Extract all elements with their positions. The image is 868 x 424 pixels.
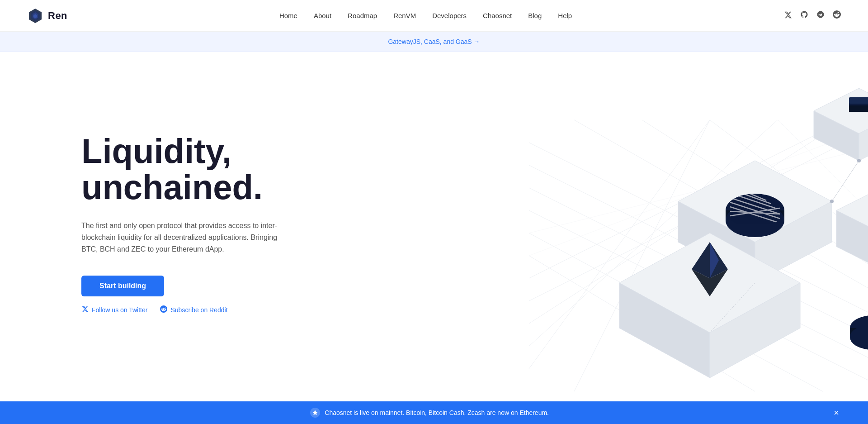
nav-home[interactable]: Home — [279, 12, 297, 19]
ren-logo-icon — [27, 8, 43, 24]
hero-cta-row: Start building Follow us on Twitter Subs… — [81, 276, 280, 314]
social-links-row: Follow us on Twitter Subscribe on Reddit — [81, 305, 280, 314]
hero-description: The first and only open protocol that pr… — [81, 220, 280, 256]
logo-link[interactable]: Ren — [27, 8, 67, 24]
svg-point-61 — [857, 159, 861, 162]
hero-section: Liquidity, unchained. The first and only… — [0, 52, 868, 395]
nav-roadmap[interactable]: Roadmap — [348, 12, 377, 19]
nav-renvm[interactable]: RenVM — [393, 12, 416, 19]
hero-title: Liquidity, unchained. — [81, 133, 280, 205]
twitter-follow-link[interactable]: Follow us on Twitter — [81, 305, 147, 314]
reddit-nav-icon[interactable] — [833, 10, 841, 21]
nav-help[interactable]: Help — [558, 12, 572, 19]
nav-blog[interactable]: Blog — [528, 12, 542, 19]
svg-rect-47 — [849, 105, 868, 112]
hero-illustration — [484, 75, 868, 391]
svg-point-60 — [830, 200, 834, 203]
svg-rect-48 — [849, 97, 868, 104]
navbar: Ren Home About Roadmap RenVM Developers … — [0, 0, 868, 32]
logo-text: Ren — [48, 10, 67, 22]
announcement-link[interactable]: GatewayJS, CaaS, and GaaS → — [388, 38, 480, 45]
start-building-button[interactable]: Start building — [81, 276, 164, 296]
reddit-subscribe-link[interactable]: Subscribe on Reddit — [160, 305, 227, 314]
twitter-icon — [81, 305, 89, 314]
telegram-nav-icon[interactable] — [816, 10, 825, 21]
nav-chaosnet[interactable]: Chaosnet — [483, 12, 512, 19]
nav-developers[interactable]: Developers — [432, 12, 467, 19]
twitter-nav-icon[interactable] — [784, 11, 792, 21]
nav-social-icons — [784, 10, 841, 21]
nav-links: Home About Roadmap RenVM Developers Chao… — [279, 12, 572, 20]
svg-line-58 — [832, 161, 859, 201]
announcement-bar: GatewayJS, CaaS, and GaaS → — [0, 32, 868, 52]
nav-about[interactable]: About — [314, 12, 331, 19]
reddit-icon — [160, 305, 167, 314]
hero-content: Liquidity, unchained. The first and only… — [81, 133, 280, 314]
github-nav-icon[interactable] — [800, 10, 808, 21]
